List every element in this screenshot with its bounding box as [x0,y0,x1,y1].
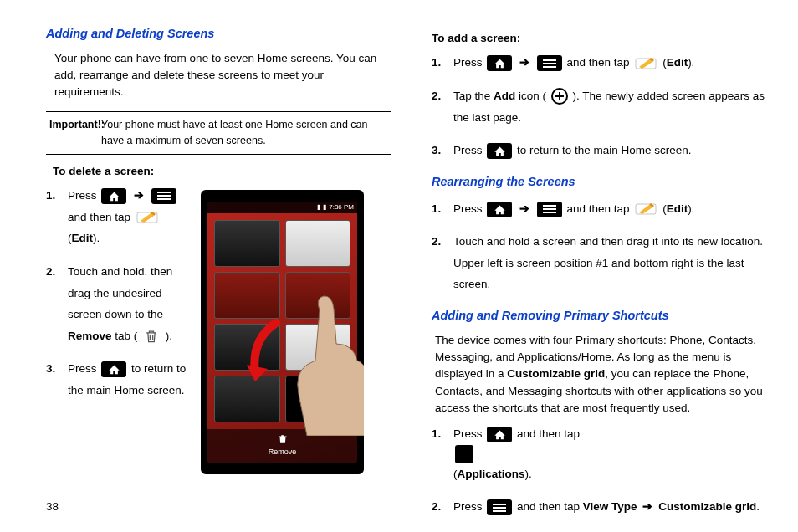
text: Tap the [453,90,494,102]
shortcuts-intro: The device comes with four Primary short… [435,332,765,417]
screen-thumbnail [285,220,351,267]
text: and then tap [68,211,134,223]
left-column: Adding and Deleting Screens Your phone c… [46,25,391,529]
text: Touch and hold, then drag the undesired … [68,265,172,320]
menu-icon [537,55,562,71]
screen-thumbnail [214,220,280,267]
shortcut-steps-list: Press and then tap (Applications). Press… [453,423,765,518]
applications-icon [455,445,473,463]
text: ). [688,202,694,215]
text: ). [524,468,531,480]
rearrange-steps-list: Press ➔ and then tap (Edit). Touch and h… [453,198,765,296]
text: Press [68,362,100,375]
plus-circle-icon [551,88,568,105]
text: Edit [667,56,688,69]
arrow-icon: ➔ [642,500,652,513]
arrow-icon: ➔ [519,202,529,215]
menu-icon [151,188,176,204]
text: icon ( [515,90,546,102]
add-step-2: Tap the Add icon ( ). The newly added sc… [453,85,765,128]
text: Edit [667,202,688,215]
page-number: 38 [46,499,59,515]
text: Press [453,56,485,69]
to-add-heading: To add a screen: [432,30,765,47]
delete-step-1: Press ➔ and then tap (Edit). [68,185,192,249]
important-label: Important!: [49,119,105,130]
screen-thumbnail [285,324,351,371]
delete-step-2: Touch and hold, then drag the undesired … [68,261,192,347]
shortcut-step-1: Press and then tap (Applications). [453,423,765,484]
add-step-1: Press ➔ and then tap (Edit). [453,52,765,74]
text: tab ( [112,330,138,342]
text: and then tap [567,56,633,69]
text: Press [453,202,485,215]
phone-screenshot: ▮▮7:36 PM + Remove [201,190,364,474]
remove-bar: Remove [207,429,357,463]
text: and then tap [567,202,633,215]
add-steps-list: Press ➔ and then tap (Edit). Tap the Add… [453,52,765,161]
home-icon [101,188,126,204]
edit-icon [136,210,159,225]
screen-thumbnail [214,272,280,319]
edit-icon [634,202,657,217]
phone-time: 7:36 PM [329,202,354,212]
text: Customizable grid [507,367,605,380]
rearrange-step-2: Touch and hold a screen and then drag it… [453,231,765,295]
screen-thumbnail [214,324,280,371]
text: Edit [72,232,94,244]
remove-label: Remove [269,447,297,458]
heading-adding-deleting: Adding and Deleting Screens [46,25,391,43]
delete-steps-list: Press ➔ and then tap (Edit). Touch and h… [68,185,192,402]
text: ). [93,232,100,244]
edit-icon [634,56,657,71]
text: Press [453,500,485,513]
home-icon [487,55,512,71]
arrow-icon: ➔ [134,189,144,202]
home-icon [487,202,512,217]
home-icon [487,143,512,159]
text: ). [166,330,172,342]
add-step-3: Press to return to the main Home screen. [453,140,765,161]
text: Applications [457,468,524,480]
text: View Type [583,500,637,513]
shortcut-step-2: Press and then tap View Type ➔ Customiza… [453,496,765,518]
screen-thumbnail [214,376,280,422]
text: and then tap [517,500,583,513]
text: . [756,500,760,513]
text: Remove [68,330,112,342]
text: Add [494,90,515,102]
menu-icon [487,499,512,515]
arrow-icon: ➔ [519,56,529,69]
to-delete-heading: To delete a screen: [53,163,391,180]
add-screen-thumbnail: + [285,376,351,422]
heading-rearranging: Rearranging the Screens [432,173,765,192]
trash-icon [142,327,161,345]
home-icon [487,427,512,442]
text: Press [453,144,485,156]
text: to return to the main Home screen. [517,144,692,156]
right-column: To add a screen: Press ➔ and then tap (E… [432,25,765,529]
home-icon [101,361,126,377]
heading-primary-shortcuts: Adding and Removing Primary Shortcuts [432,307,765,325]
menu-icon [537,202,562,217]
intro-text: Your phone can have from one to seven Ho… [54,50,391,101]
screen-thumbnail [285,272,351,319]
important-box: Important!: Your phone must have at leas… [46,111,391,155]
phone-statusbar: ▮▮7:36 PM [207,202,357,213]
text: Customizable grid [658,500,756,513]
rearrange-step-1: Press ➔ and then tap (Edit). [453,198,765,220]
text: ). [688,56,694,69]
delete-step-3: Press to return to the main Home screen. [68,358,192,401]
text: and then tap [517,427,580,440]
text: Press [68,189,100,202]
phone-thumbnail-grid: + [207,213,357,429]
text: Press [453,427,485,440]
